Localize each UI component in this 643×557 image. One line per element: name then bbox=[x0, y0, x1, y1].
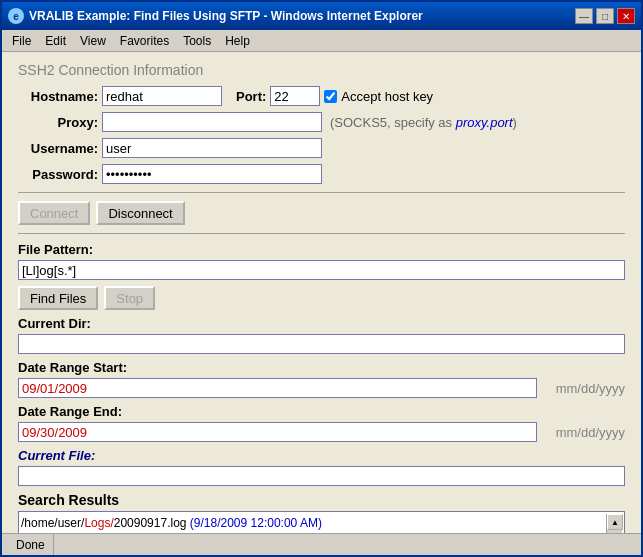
results-list: /home/user/Logs/20090917.log (9/18/2009 … bbox=[21, 514, 606, 533]
password-label: Password: bbox=[18, 167, 98, 182]
menu-tools[interactable]: Tools bbox=[177, 32, 217, 50]
find-buttons-row: Find Files Stop bbox=[18, 286, 625, 310]
search-results-label: Search Results bbox=[18, 492, 625, 508]
accept-host-key-checkbox[interactable] bbox=[324, 90, 337, 103]
window-title: VRALIB Example: Find Files Using SFTP - … bbox=[29, 9, 423, 23]
hostname-input[interactable] bbox=[102, 86, 222, 106]
proxy-note: (SOCKS5, specify as proxy.port) bbox=[330, 115, 517, 130]
current-dir-label: Current Dir: bbox=[18, 316, 625, 331]
username-label: Username: bbox=[18, 141, 98, 156]
divider-1 bbox=[18, 192, 625, 193]
menu-bar: File Edit View Favorites Tools Help bbox=[2, 30, 641, 52]
scrollbar[interactable]: ▲ ▼ bbox=[606, 514, 622, 533]
date-start-label: Date Range Start: bbox=[18, 360, 625, 375]
date-end-row: mm/dd/yyyy bbox=[18, 422, 625, 442]
divider-2 bbox=[18, 233, 625, 234]
date-end-label: Date Range End: bbox=[18, 404, 625, 419]
close-button[interactable]: ✕ bbox=[617, 8, 635, 24]
menu-edit[interactable]: Edit bbox=[39, 32, 72, 50]
ie-icon: e bbox=[8, 8, 24, 24]
proxy-label: Proxy: bbox=[18, 115, 98, 130]
status-text: Done bbox=[8, 534, 54, 555]
port-label: Port: bbox=[236, 89, 266, 104]
connect-buttons-row: Connect Disconnect bbox=[18, 201, 625, 225]
hostname-label: Hostname: bbox=[18, 89, 98, 104]
scroll-up-button[interactable]: ▲ bbox=[607, 514, 623, 530]
date-end-hint: mm/dd/yyyy bbox=[545, 425, 625, 440]
proxy-row: Proxy: (SOCKS5, specify as proxy.port) bbox=[18, 112, 625, 132]
connect-button[interactable]: Connect bbox=[18, 201, 90, 225]
status-bar: Done bbox=[2, 533, 641, 555]
accept-host-key-label[interactable]: Accept host key bbox=[324, 89, 433, 104]
proxy-input[interactable] bbox=[102, 112, 322, 132]
menu-view[interactable]: View bbox=[74, 32, 112, 50]
minimize-button[interactable]: — bbox=[575, 8, 593, 24]
content-area: SSH2 Connection Information Hostname: Po… bbox=[2, 52, 641, 533]
file-pattern-label: File Pattern: bbox=[18, 242, 625, 257]
current-file-input bbox=[18, 466, 625, 486]
results-container[interactable]: /home/user/Logs/20090917.log (9/18/2009 … bbox=[18, 511, 625, 533]
date-end-input[interactable] bbox=[18, 422, 537, 442]
menu-help[interactable]: Help bbox=[219, 32, 256, 50]
title-buttons: — □ ✕ bbox=[575, 8, 635, 24]
disconnect-button[interactable]: Disconnect bbox=[96, 201, 184, 225]
ssh-section-title: SSH2 Connection Information bbox=[18, 62, 625, 78]
username-input[interactable] bbox=[102, 138, 322, 158]
date-start-row: mm/dd/yyyy bbox=[18, 378, 625, 398]
date-start-input[interactable] bbox=[18, 378, 537, 398]
main-window: e VRALIB Example: Find Files Using SFTP … bbox=[0, 0, 643, 557]
maximize-button[interactable]: □ bbox=[596, 8, 614, 24]
find-files-button[interactable]: Find Files bbox=[18, 286, 98, 310]
title-bar: e VRALIB Example: Find Files Using SFTP … bbox=[2, 2, 641, 30]
date-start-hint: mm/dd/yyyy bbox=[545, 381, 625, 396]
menu-file[interactable]: File bbox=[6, 32, 37, 50]
hostname-row: Hostname: Port: Accept host key bbox=[18, 86, 625, 106]
current-dir-input[interactable] bbox=[18, 334, 625, 354]
menu-favorites[interactable]: Favorites bbox=[114, 32, 175, 50]
password-row: Password: bbox=[18, 164, 625, 184]
title-bar-left: e VRALIB Example: Find Files Using SFTP … bbox=[8, 8, 423, 24]
port-group: Port: Accept host key bbox=[236, 86, 433, 106]
stop-button[interactable]: Stop bbox=[104, 286, 155, 310]
password-input[interactable] bbox=[102, 164, 322, 184]
current-file-label: Current File: bbox=[18, 448, 625, 463]
file-pattern-input[interactable] bbox=[18, 260, 625, 280]
username-row: Username: bbox=[18, 138, 625, 158]
result-item-1: /home/user/Logs/20090917.log (9/18/2009 … bbox=[21, 514, 606, 532]
port-input[interactable] bbox=[270, 86, 320, 106]
